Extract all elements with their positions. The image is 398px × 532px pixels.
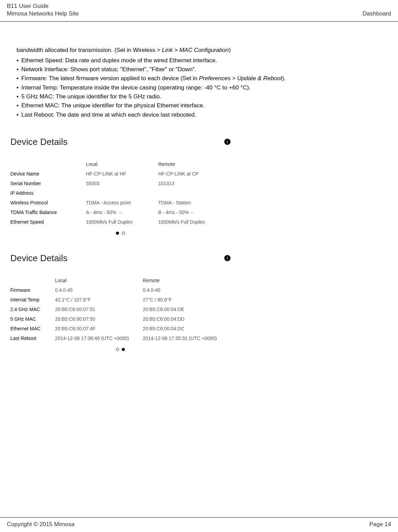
bullet-text: Network Interface: Shows port status; "E… xyxy=(21,66,196,73)
panel-title: Device Details xyxy=(10,253,67,264)
list-item: Firmware: The latest firmware version ap… xyxy=(17,74,388,83)
list-item: Internal Temp: Temperature inside the de… xyxy=(17,83,388,92)
cell-local: TDMA - Access point xyxy=(86,198,158,208)
cell-local: 2014-12-08 17:36:48 (UTC +0000) xyxy=(55,333,143,343)
info-icon[interactable]: i xyxy=(224,255,230,261)
col-local: Local xyxy=(86,159,158,169)
list-item: Ethernet Speed: Data rate and duplex mod… xyxy=(17,56,388,65)
cell-remote: 27°C / 80.6°F xyxy=(143,295,230,305)
bullet-text: Ethernet Speed: Data rate and duplex mod… xyxy=(21,57,217,64)
table-row: IP Address xyxy=(10,188,230,198)
bullet-text: Firmware: The latest firmware version ap… xyxy=(21,75,199,82)
bullet-list: Ethernet Speed: Data rate and duplex mod… xyxy=(10,56,388,119)
device-details-panel-2: Device Details i Local Remote Firmware 0… xyxy=(10,253,230,352)
pagination-dots xyxy=(10,230,230,236)
table-row: Ethernet MAC 20:B5:C6:00:07:4F 20:B5:C6:… xyxy=(10,324,230,333)
cell-local: 20:B5:C6:00:07:50 xyxy=(55,314,143,324)
intro-text-mid: > xyxy=(173,47,179,53)
table-row: Internal Temp 42.1°C / 107.8°F 27°C / 80… xyxy=(10,295,230,305)
row-label: Internal Temp xyxy=(10,295,55,305)
panel-title-row: Device Details i xyxy=(10,137,230,147)
bullet-text: Last Reboot: The date and time at which … xyxy=(21,111,196,118)
table-row: 5 GHz MAC 20:B5:C6:00:07:50 20:B5:C6:00:… xyxy=(10,314,230,324)
cell-remote: 2014-12-08 17:35:31 (UTC +0000) xyxy=(143,333,230,343)
cell-remote xyxy=(158,188,230,198)
row-label: Wireless Protocol xyxy=(10,198,86,208)
bullet-text: ). xyxy=(282,75,286,82)
intro-line: bandwidth allocated for transmission. (S… xyxy=(10,46,388,55)
list-item: Network Interface: Shows port status; "E… xyxy=(17,65,388,74)
list-item: 5 GHz MAC: The unique identifier for the… xyxy=(17,92,388,101)
bullet-text: Ethernet MAC: The unique identifier for … xyxy=(21,102,205,109)
device-details-panel-1: Device Details i Local Remote Device Nam… xyxy=(10,137,230,236)
bullet-text: > xyxy=(230,75,237,82)
cell-remote: HF-CP-LINK at CP xyxy=(158,169,230,179)
pagination-dots xyxy=(10,347,230,352)
cell-remote: B - 4ms - 50%← xyxy=(158,208,230,217)
cell-local: 20:B5:C6:00:07:51 xyxy=(55,305,143,314)
page-content: bandwidth allocated for transmission. (S… xyxy=(0,22,398,359)
table-row: Firmware 0.4.0-45 0.4.0-45 xyxy=(10,285,230,295)
row-label: Ethernet MAC xyxy=(10,324,55,333)
col-remote: Remote xyxy=(158,159,230,169)
cell-local: 1000Mb/s Full Duplex xyxy=(86,217,158,227)
table-row: Device Name HF-CP-LINK at HF HF-CP-LINK … xyxy=(10,169,230,179)
intro-text-pre: bandwidth allocated for transmission. (S… xyxy=(17,47,162,53)
table-header-row: Local Remote xyxy=(10,159,230,169)
row-label: IP Address xyxy=(10,188,86,198)
bullet-text: Internal Temp: Temperature inside the de… xyxy=(21,84,250,91)
col-blank xyxy=(10,159,86,169)
page-dot-1[interactable] xyxy=(116,348,119,351)
cell-local: 55003 xyxy=(86,179,158,188)
table-row: TDMA Traffic Balance A - 4ms - 50%→ B - … xyxy=(10,208,230,217)
row-label: TDMA Traffic Balance xyxy=(10,208,86,217)
bullet-italic: Update & Reboot xyxy=(237,75,282,82)
page-header: B11 User Guide Mimosa Networks Help Site… xyxy=(0,0,398,22)
col-remote: Remote xyxy=(143,276,230,285)
copyright: Copyright © 2015 Mimosa xyxy=(7,521,75,528)
panel-title-row: Device Details i xyxy=(10,253,230,264)
cell-local: 20:B5:C6:00:07:4F xyxy=(55,324,143,333)
page-number: Page 14 xyxy=(369,521,391,528)
cell-text: B - 4ms - 50% xyxy=(158,210,189,215)
table-row: Ethernet Speed 1000Mb/s Full Duplex 1000… xyxy=(10,217,230,227)
arrow-left-icon: ← xyxy=(190,210,195,215)
table-header-row: Local Remote xyxy=(10,276,230,285)
device-details-table-2: Local Remote Firmware 0.4.0-45 0.4.0-45 … xyxy=(10,276,230,343)
cell-text: A - 4ms - 50% xyxy=(86,210,116,215)
row-label: Last Reboot xyxy=(10,333,55,343)
list-item: Last Reboot: The date and time at which … xyxy=(17,110,388,119)
list-item: Ethernet MAC: The unique identifier for … xyxy=(17,101,388,110)
cell-local: HF-CP-LINK at HF xyxy=(86,169,158,179)
cell-local xyxy=(86,188,158,198)
device-details-table-1: Local Remote Device Name HF-CP-LINK at H… xyxy=(10,159,230,227)
table-row: Wireless Protocol TDMA - Access point TD… xyxy=(10,198,230,208)
doc-subtitle: Mimosa Networks Help Site xyxy=(7,10,79,17)
table-row: Serial Number 55003 101313 xyxy=(10,179,230,188)
page-dot-2[interactable] xyxy=(122,232,125,235)
info-icon[interactable]: i xyxy=(224,139,230,145)
bullet-text: 5 GHz MAC: The unique identifier for the… xyxy=(21,93,161,100)
row-label: Serial Number xyxy=(10,179,86,188)
cell-remote: TDMA - Station xyxy=(158,198,230,208)
table-row: 2.4 GHz MAC 20:B5:C6:00:07:51 20:B5:C6:0… xyxy=(10,305,230,314)
page-header-section: Dashboard xyxy=(363,3,391,17)
intro-text-italic2: MAC Configuration xyxy=(179,47,229,53)
cell-remote: 0.4.0-45 xyxy=(143,285,230,295)
bullet-italic: Preferences xyxy=(199,75,231,82)
cell-local: 0.4.0-45 xyxy=(55,285,143,295)
row-label: 2.4 GHz MAC xyxy=(10,305,55,314)
intro-text-post: ) xyxy=(229,47,231,53)
col-local: Local xyxy=(55,276,143,285)
row-label: 5 GHz MAC xyxy=(10,314,55,324)
row-label: Firmware xyxy=(10,285,55,295)
row-label: Device Name xyxy=(10,169,86,179)
row-label: Ethernet Speed xyxy=(10,217,86,227)
page-footer: Copyright © 2015 Mimosa Page 14 xyxy=(0,517,398,532)
cell-remote: 20:B5:C6:00:04:DE xyxy=(143,305,230,314)
panel-title: Device Details xyxy=(10,137,67,147)
arrow-right-icon: → xyxy=(118,210,122,215)
page-dot-1[interactable] xyxy=(116,232,119,235)
col-blank xyxy=(10,276,55,285)
page-dot-2[interactable] xyxy=(122,348,125,351)
